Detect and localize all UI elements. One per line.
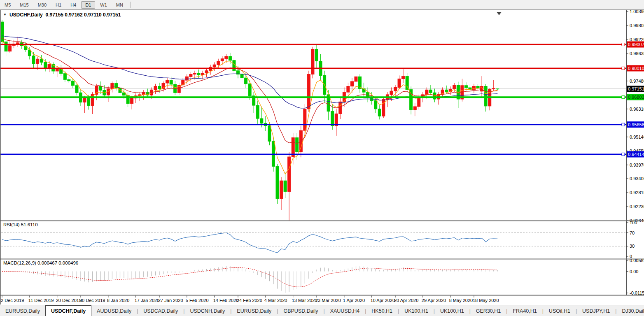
candle-body: [453, 85, 456, 89]
date-label: 14 Feb 2020: [213, 298, 239, 303]
date-label: 8 Jan 2020: [107, 298, 129, 303]
candle-body: [374, 100, 377, 109]
tab-audusd-daily[interactable]: AUDUSD,Daily: [91, 305, 137, 316]
timeframe-button-w1[interactable]: W1: [96, 1, 111, 9]
timeframe-button-m15[interactable]: M15: [16, 1, 33, 9]
tab-uk100-h1[interactable]: UK100,H1: [399, 305, 434, 316]
candle-body: [36, 59, 39, 64]
candle-body: [260, 118, 263, 123]
tab-usdjpy-h1[interactable]: USDJPY,H1: [577, 305, 615, 316]
current-price-tag: 0.97151: [628, 86, 644, 91]
rsi-tick-label: 100: [630, 220, 637, 225]
toolbar-divider: [130, 2, 131, 8]
price-tick-label: 0.99220: [630, 37, 644, 42]
candle-body: [406, 76, 408, 90]
level-end-marker: [622, 67, 625, 70]
candle-body: [40, 59, 43, 62]
candle-body: [233, 60, 236, 71]
price-tick-label: 0.99805: [630, 23, 644, 28]
price-tick-label: 0.92815: [630, 190, 644, 195]
candle-body: [87, 98, 90, 106]
candle-body: [350, 81, 353, 86]
candle-body: [299, 130, 302, 152]
timeframe-button-m30[interactable]: M30: [34, 1, 51, 9]
date-label: 23 Mar 2020: [315, 298, 341, 303]
candle-body: [362, 88, 365, 92]
timeframe-button-mn[interactable]: MN: [112, 1, 127, 9]
timeframe-button-d1[interactable]: D1: [81, 1, 95, 9]
timeframe-button-m5[interactable]: M5: [0, 1, 15, 9]
timeframe-button-h4[interactable]: H4: [66, 1, 80, 9]
price-level-tag: 0.98010: [628, 66, 644, 71]
timeframe-toolbar: M5M15M30H1H4D1W1MN: [0, 0, 644, 10]
date-label: 29 Apr 2020: [422, 298, 446, 303]
tab-usoil-h1[interactable]: USOil,H1: [544, 305, 576, 316]
date-label: 17 Jan 2020: [135, 298, 160, 303]
price-tick-label: 0.93400: [630, 176, 644, 181]
chart-tab-bar: EURUSD,DailyUSDCHF,DailyAUDUSD,Daily|USD…: [0, 305, 644, 316]
candle-body: [63, 74, 66, 80]
chart-background: [0, 10, 644, 305]
candle-body: [9, 46, 12, 51]
level-end-marker: [622, 123, 625, 126]
price-level-tag: 0.95658: [628, 122, 644, 127]
candle-body: [355, 77, 357, 81]
candle-body: [284, 181, 287, 191]
rsi-tick-label: 30: [630, 244, 635, 249]
candle-body: [229, 56, 231, 60]
candle-body: [402, 76, 405, 79]
candle-body: [197, 73, 200, 75]
candle-body: [99, 86, 102, 91]
tab-hk50-h1[interactable]: HK50,H1: [366, 305, 398, 316]
candle-body: [193, 73, 196, 74]
tab-eurusd-daily[interactable]: EURUSD,Daily: [231, 305, 277, 316]
tab-fra40-h1[interactable]: FRA40,H1: [507, 305, 542, 316]
tab-xauusd-h4[interactable]: XAUUSD,H4: [325, 305, 365, 316]
price-tick-label: 1.00390: [630, 10, 644, 14]
candle-body: [307, 74, 310, 109]
price-level-tag: 0.99007: [628, 42, 644, 47]
timeframe-button-h1[interactable]: H1: [51, 1, 65, 9]
candle-body: [382, 100, 385, 116]
candle-body: [496, 89, 499, 89]
date-label: 30 Dec 2019: [79, 298, 105, 303]
candle-body: [68, 79, 70, 81]
date-label: 5 Feb 2020: [186, 298, 209, 303]
price-tick-label: 0.96310: [630, 107, 644, 112]
price-tick-label: 0.95140: [630, 135, 644, 139]
candle-body: [429, 90, 432, 93]
candle-body: [95, 86, 98, 95]
candle-body: [339, 102, 342, 114]
candle-body: [418, 98, 420, 107]
tab-gbpusd-daily[interactable]: GBPUSD,Daily: [278, 305, 323, 316]
level-end-marker: [622, 96, 625, 99]
candle-body: [390, 91, 393, 95]
tab-dj30-daily[interactable]: DJ30,Daily: [616, 305, 644, 316]
candle-body: [366, 92, 369, 97]
candle-body: [213, 65, 216, 67]
candle-body: [492, 88, 495, 89]
tab-usdchf-daily[interactable]: USDCHF,Daily: [45, 305, 91, 316]
tab-usdcnh-daily[interactable]: USDCNH,Daily: [184, 305, 230, 316]
date-label: 13 Mar 2020: [292, 298, 317, 303]
macd-tick-label: 0.00: [630, 269, 638, 274]
price-level-tag: 0.96803: [628, 95, 644, 100]
candle-body: [331, 112, 334, 126]
date-label: 20 Apr 2020: [394, 298, 418, 303]
level-end-marker: [622, 153, 625, 156]
tab-uk100-h1[interactable]: UK100,H1: [435, 305, 469, 316]
price-chart[interactable]: 1.003900.998050.992200.986350.974800.963…: [0, 10, 644, 305]
price-tick-label: 0.98635: [630, 51, 644, 56]
candle-body: [288, 157, 291, 191]
candle-body: [378, 109, 381, 116]
candle-body: [32, 56, 35, 64]
candle-body: [201, 73, 204, 75]
date-label: 24 Feb 2020: [237, 298, 262, 303]
tab-usdcad-daily[interactable]: USDCAD,Daily: [138, 305, 183, 316]
candle-body: [189, 74, 192, 77]
tab-ger30-h1[interactable]: GER30,H1: [471, 305, 506, 316]
date-label: 8 May 2020: [449, 298, 473, 303]
candle-body: [303, 109, 306, 130]
candle-body: [276, 166, 279, 198]
tab-eurusd-daily[interactable]: EURUSD,Daily: [0, 305, 45, 316]
